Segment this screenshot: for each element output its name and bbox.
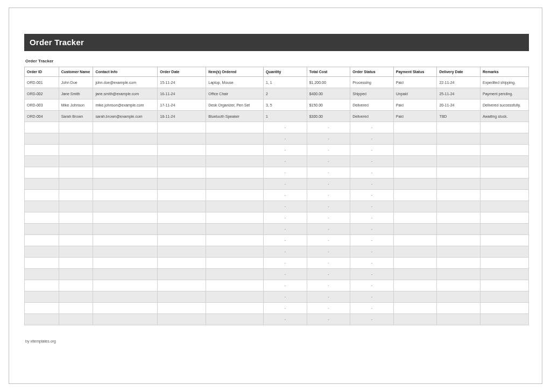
cell-contact-info[interactable] (93, 201, 158, 212)
cell-total-cost[interactable]: - (307, 133, 350, 145)
table-row[interactable]: --- (25, 246, 529, 258)
cell-order-status[interactable]: - (350, 235, 394, 246)
table-row[interactable]: --- (25, 145, 529, 156)
cell-quantity[interactable]: - (264, 224, 307, 235)
col-header-contact-info[interactable]: Contact Info (93, 67, 158, 77)
cell-items-ordered[interactable] (206, 156, 264, 167)
cell-order-status[interactable]: - (350, 314, 394, 325)
cell-remarks[interactable] (480, 190, 528, 201)
cell-order-status[interactable]: - (350, 303, 394, 314)
cell-order-date[interactable] (158, 246, 206, 258)
cell-delivery-date[interactable]: 20-11-24 (437, 99, 481, 111)
cell-order-id[interactable] (25, 314, 59, 325)
cell-contact-info[interactable]: jane.smith@example.com (93, 88, 158, 99)
cell-quantity[interactable]: - (264, 291, 307, 303)
cell-customer-name[interactable] (59, 156, 93, 167)
cell-payment-status[interactable] (393, 280, 437, 291)
cell-order-status[interactable]: - (350, 269, 394, 280)
cell-customer-name[interactable] (59, 291, 93, 303)
cell-payment-status[interactable] (393, 122, 437, 133)
cell-customer-name[interactable] (59, 145, 93, 156)
cell-customer-name[interactable] (59, 258, 93, 269)
cell-quantity[interactable]: - (264, 167, 307, 179)
col-header-delivery-date[interactable]: Delivery Date (437, 67, 481, 77)
table-row[interactable]: --- (25, 224, 529, 235)
cell-total-cost[interactable]: - (307, 145, 350, 156)
cell-order-date[interactable] (158, 303, 206, 314)
cell-order-id[interactable] (25, 190, 59, 201)
table-row[interactable]: ORD-004Sarah Brownsarah.brown@example.co… (25, 111, 529, 122)
table-row[interactable]: --- (25, 258, 529, 269)
cell-items-ordered[interactable] (206, 224, 264, 235)
cell-contact-info[interactable] (93, 156, 158, 167)
table-row[interactable]: --- (25, 133, 529, 145)
cell-quantity[interactable]: - (264, 133, 307, 145)
cell-delivery-date[interactable] (437, 190, 481, 201)
table-row[interactable]: --- (25, 190, 529, 201)
cell-customer-name[interactable] (59, 122, 93, 133)
col-header-remarks[interactable]: Remarks (480, 67, 528, 77)
cell-payment-status[interactable] (393, 258, 437, 269)
cell-customer-name[interactable]: John Doe (59, 77, 93, 88)
cell-items-ordered[interactable] (206, 179, 264, 190)
cell-total-cost[interactable]: - (307, 258, 350, 269)
cell-payment-status[interactable] (393, 190, 437, 201)
cell-customer-name[interactable] (59, 212, 93, 224)
col-header-order-status[interactable]: Order Status (350, 67, 394, 77)
cell-order-id[interactable] (25, 201, 59, 212)
cell-items-ordered[interactable] (206, 303, 264, 314)
table-row[interactable]: ORD-002Jane Smithjane.smith@example.com1… (25, 88, 529, 99)
cell-payment-status[interactable] (393, 303, 437, 314)
cell-delivery-date[interactable]: 25-11-24 (437, 88, 481, 99)
col-header-items-ordered[interactable]: Item(s) Ordered (206, 67, 264, 77)
col-header-order-id[interactable]: Order ID (25, 67, 59, 77)
cell-payment-status[interactable] (393, 145, 437, 156)
cell-delivery-date[interactable] (437, 122, 481, 133)
cell-order-id[interactable] (25, 246, 59, 258)
cell-order-status[interactable]: - (350, 258, 394, 269)
cell-total-cost[interactable]: - (307, 235, 350, 246)
cell-order-date[interactable] (158, 133, 206, 145)
cell-order-status[interactable]: - (350, 133, 394, 145)
cell-delivery-date[interactable] (437, 167, 481, 179)
cell-delivery-date[interactable] (437, 156, 481, 167)
cell-quantity[interactable]: - (264, 179, 307, 190)
cell-order-date[interactable]: 18-11-24 (158, 111, 206, 122)
cell-items-ordered[interactable]: Office Chair (206, 88, 264, 99)
cell-contact-info[interactable] (93, 258, 158, 269)
cell-order-status[interactable]: - (350, 156, 394, 167)
cell-total-cost[interactable]: - (307, 291, 350, 303)
cell-payment-status[interactable] (393, 156, 437, 167)
cell-delivery-date[interactable] (437, 235, 481, 246)
cell-payment-status[interactable] (393, 291, 437, 303)
cell-delivery-date[interactable] (437, 224, 481, 235)
cell-payment-status[interactable] (393, 314, 437, 325)
cell-contact-info[interactable] (93, 133, 158, 145)
cell-remarks[interactable]: Payment pending. (480, 88, 528, 99)
cell-customer-name[interactable] (59, 224, 93, 235)
cell-contact-info[interactable]: john.doe@example.com (93, 77, 158, 88)
cell-customer-name[interactable] (59, 303, 93, 314)
cell-order-status[interactable]: - (350, 190, 394, 201)
cell-delivery-date[interactable] (437, 212, 481, 224)
cell-contact-info[interactable]: mike.johnson@example.com (93, 99, 158, 111)
cell-payment-status[interactable] (393, 269, 437, 280)
cell-payment-status[interactable]: Unpaid (393, 88, 437, 99)
cell-delivery-date[interactable] (437, 314, 481, 325)
cell-order-id[interactable] (25, 258, 59, 269)
cell-contact-info[interactable] (93, 122, 158, 133)
cell-order-status[interactable]: Shipped (350, 88, 394, 99)
cell-quantity[interactable]: - (264, 280, 307, 291)
cell-delivery-date[interactable] (437, 179, 481, 190)
cell-remarks[interactable] (480, 314, 528, 325)
table-row[interactable]: --- (25, 167, 529, 179)
cell-order-status[interactable]: - (350, 280, 394, 291)
col-header-quantity[interactable]: Quantity (264, 67, 307, 77)
cell-items-ordered[interactable] (206, 246, 264, 258)
cell-order-id[interactable]: ORD-002 (25, 88, 59, 99)
cell-remarks[interactable] (480, 280, 528, 291)
cell-total-cost[interactable]: - (307, 190, 350, 201)
cell-order-date[interactable] (158, 156, 206, 167)
cell-quantity[interactable]: 3, 5 (264, 99, 307, 111)
cell-delivery-date[interactable] (437, 145, 481, 156)
